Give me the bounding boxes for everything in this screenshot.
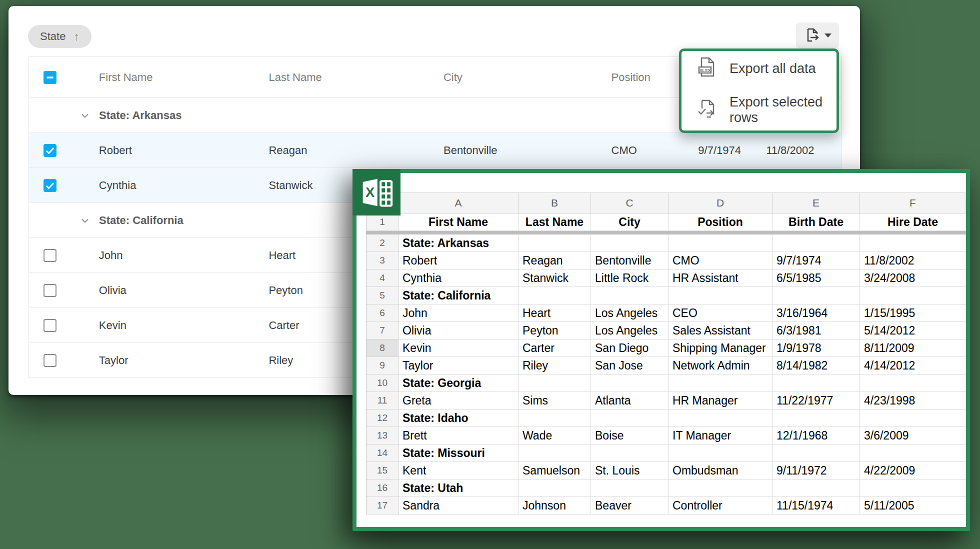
excel-cell: CEO	[668, 304, 772, 322]
excel-cell: 3/24/2008	[860, 270, 966, 287]
cell-first: Kevin	[99, 319, 269, 332]
row-checkbox[interactable]	[44, 144, 56, 157]
export-icon	[804, 27, 820, 44]
excel-cell: Stanwick	[518, 270, 591, 287]
excel-cell: Wade	[518, 427, 591, 444]
excel-row: 7OliviaPeytonLos AngelesSales Assistant6…	[366, 322, 966, 340]
menu-item-export-selected-rows[interactable]: Export selected rows	[696, 94, 836, 126]
excel-cell: 11/15/1974	[772, 497, 860, 514]
excel-cell: City	[591, 214, 668, 231]
group-panel-chip-state[interactable]: State ↑	[28, 25, 92, 48]
excel-cell: John	[398, 304, 518, 322]
excel-cell: Sims	[518, 392, 591, 410]
excel-cell: Kevin	[398, 340, 518, 357]
excel-cell	[668, 480, 772, 497]
excel-cell	[518, 480, 591, 497]
column-header-last-name[interactable]: Last Name	[268, 71, 444, 84]
excel-cell: 11/22/1977	[772, 392, 860, 410]
excel-cell: Samuelson	[518, 462, 591, 480]
excel-cell	[668, 410, 772, 427]
excel-cell	[860, 234, 966, 252]
excel-cell: Kent	[398, 462, 518, 480]
excel-cell: Sales Assistant	[668, 322, 772, 340]
cell-first: Olivia	[99, 284, 269, 297]
excel-row: 11GretaSimsAtlantaHR Manager11/22/19774/…	[366, 392, 966, 410]
excel-cell: State: Georgia	[398, 374, 518, 392]
svg-text:X: X	[366, 184, 374, 200]
excel-cell: Carter	[518, 340, 591, 357]
excel-cell: Shipping Manager	[668, 340, 772, 357]
row-checkbox[interactable]	[44, 354, 56, 367]
row-number: 6	[366, 304, 398, 322]
row-number: 4	[366, 270, 398, 287]
excel-cell: 9/11/1972	[772, 462, 860, 480]
excel-cell	[518, 410, 591, 427]
export-button[interactable]	[796, 22, 839, 48]
select-all-checkbox[interactable]	[44, 71, 56, 84]
row-checkbox[interactable]	[44, 179, 56, 192]
cell-first: Robert	[99, 144, 269, 157]
excel-cell	[591, 234, 668, 252]
excel-cell: San Jose	[591, 357, 668, 374]
excel-cell	[860, 374, 966, 392]
excel-cell	[860, 410, 966, 427]
excel-cell: 12/1/1968	[772, 427, 860, 444]
excel-cell: 6/3/1981	[772, 322, 860, 340]
excel-cell: Sandra	[398, 497, 518, 514]
column-letters-row: ABCDEF	[366, 192, 966, 214]
row-number: 13	[366, 427, 398, 444]
column-letter-A: A	[398, 192, 518, 214]
group-chip-label: State	[40, 30, 66, 43]
excel-row: 8KevinCarterSan DiegoShipping Manager1/9…	[366, 340, 966, 357]
grid-data-row[interactable]: RobertReaganBentonvilleCMO9/7/197411/8/2…	[29, 133, 841, 168]
excel-cell: First Name	[398, 214, 518, 231]
column-header-city[interactable]: City	[444, 71, 612, 84]
excel-row: 9TaylorRileySan JoseNetwork Admin8/14/19…	[366, 357, 966, 374]
excel-cell: 4/23/1998	[860, 392, 966, 410]
row-checkbox[interactable]	[44, 319, 56, 332]
row-number: 10	[366, 374, 398, 392]
excel-cell: Hire Date	[860, 214, 966, 231]
excel-cell: Taylor	[398, 357, 518, 374]
excel-cell: Little Rock	[591, 270, 668, 287]
column-letter-C: C	[591, 192, 668, 214]
row-checkbox[interactable]	[44, 284, 56, 297]
excel-row: 3RobertReaganBentonvilleCMO9/7/197411/8/…	[366, 252, 966, 270]
column-header-first-name[interactable]: First Name	[99, 71, 269, 84]
excel-cell: 11/8/2002	[860, 252, 966, 270]
row-checkbox[interactable]	[44, 249, 56, 262]
excel-cell: 5/14/2012	[860, 322, 966, 340]
page-background: { "colors": { "background": "#46704D", "…	[0, 0, 980, 549]
excel-cell: Ombudsman	[668, 462, 772, 480]
cell-city: Bentonville	[444, 144, 612, 157]
collapse-chevron-icon[interactable]	[78, 109, 92, 122]
export-menu: XLSX Export all data Export selected row…	[679, 48, 839, 133]
excel-cell	[860, 480, 966, 497]
excel-cell: 4/22/2009	[860, 462, 966, 480]
menu-item-export-all-data[interactable]: XLSX Export all data	[696, 56, 836, 82]
excel-row: 10State: Georgia	[366, 374, 966, 392]
excel-cell: Birth Date	[772, 214, 860, 231]
cell-first: John	[99, 249, 269, 262]
spreadsheet: ABCDEF 1First NameLast NameCityPositionB…	[366, 192, 966, 514]
excel-cell: Robert	[398, 252, 518, 270]
excel-cell: 5/11/2005	[860, 497, 966, 514]
cell-first: Cynthia	[99, 179, 269, 192]
excel-cell: Johnson	[518, 497, 591, 514]
row-number: 2	[366, 234, 398, 252]
excel-cell	[668, 374, 772, 392]
excel-cell: HR Manager	[668, 392, 772, 410]
excel-cell	[591, 287, 668, 304]
column-letter-F: F	[860, 192, 966, 214]
excel-cell	[772, 234, 860, 252]
row-number: 7	[366, 322, 398, 340]
excel-row: 15KentSamuelsonSt. LouisOmbudsman9/11/19…	[366, 462, 966, 480]
excel-cell	[668, 287, 772, 304]
excel-cell	[518, 287, 591, 304]
excel-cell: Cynthia	[398, 270, 518, 287]
excel-cell: State: California	[398, 287, 518, 304]
collapse-chevron-icon[interactable]	[78, 214, 92, 227]
excel-cell: Atlanta	[591, 392, 668, 410]
excel-cell	[860, 287, 966, 304]
excel-row: 2State: Arkansas	[366, 234, 966, 252]
